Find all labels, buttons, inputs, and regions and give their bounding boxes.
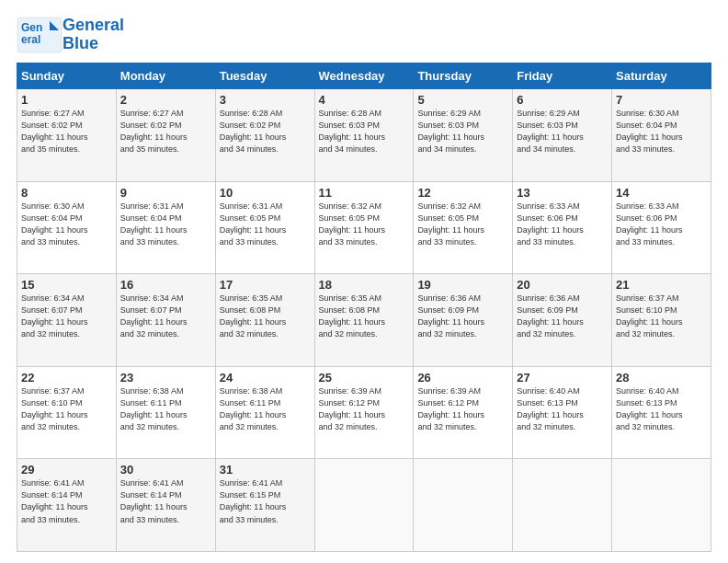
- day-info: Sunrise: 6:40 AMSunset: 6:13 PMDaylight:…: [517, 385, 608, 433]
- day-info: Sunrise: 6:33 AMSunset: 6:06 PMDaylight:…: [616, 201, 707, 248]
- calendar-header-row: SundayMondayTuesdayWednesdayThursdayFrid…: [17, 63, 711, 89]
- day-info: Sunrise: 6:29 AMSunset: 6:03 PMDaylight:…: [417, 108, 508, 155]
- day-number: 9: [120, 186, 211, 200]
- calendar-week-2: 8Sunrise: 6:30 AMSunset: 6:04 PMDaylight…: [17, 181, 711, 274]
- day-info: Sunrise: 6:33 AMSunset: 6:06 PMDaylight:…: [517, 201, 608, 248]
- calendar-cell: 7Sunrise: 6:30 AMSunset: 6:04 PMDaylight…: [612, 89, 711, 182]
- calendar-cell: 8Sunrise: 6:30 AMSunset: 6:04 PMDaylight…: [17, 181, 117, 274]
- calendar-cell: 24Sunrise: 6:38 AMSunset: 6:11 PMDayligh…: [215, 366, 314, 459]
- day-info: Sunrise: 6:34 AMSunset: 6:07 PMDaylight:…: [21, 293, 112, 340]
- day-info: Sunrise: 6:28 AMSunset: 6:02 PMDaylight:…: [220, 108, 311, 155]
- svg-text:eral: eral: [21, 33, 40, 46]
- calendar-cell: 2Sunrise: 6:27 AMSunset: 6:02 PMDaylight…: [116, 89, 215, 182]
- page: Gen eral GeneralBlue SundayMondayTuesday…: [0, 0, 728, 563]
- day-info: Sunrise: 6:32 AMSunset: 6:05 PMDaylight:…: [417, 201, 508, 248]
- day-number: 2: [120, 93, 211, 107]
- svg-text:Gen: Gen: [21, 21, 42, 34]
- day-number: 28: [616, 371, 707, 385]
- calendar-cell: [414, 459, 513, 552]
- calendar-cell: [513, 459, 612, 552]
- day-info: Sunrise: 6:34 AMSunset: 6:07 PMDaylight:…: [120, 293, 211, 340]
- day-number: 17: [220, 278, 311, 292]
- day-number: 7: [616, 93, 707, 107]
- logo: Gen eral GeneralBlue: [17, 17, 124, 53]
- day-number: 15: [21, 278, 112, 292]
- day-number: 19: [417, 278, 508, 292]
- day-info: Sunrise: 6:37 AMSunset: 6:10 PMDaylight:…: [21, 385, 112, 433]
- calendar-cell: 19Sunrise: 6:36 AMSunset: 6:09 PMDayligh…: [414, 274, 513, 367]
- day-info: Sunrise: 6:27 AMSunset: 6:02 PMDaylight:…: [120, 108, 211, 155]
- day-number: 11: [319, 186, 410, 200]
- calendar-cell: 14Sunrise: 6:33 AMSunset: 6:06 PMDayligh…: [612, 181, 711, 274]
- day-number: 21: [616, 278, 707, 292]
- day-number: 10: [220, 186, 311, 200]
- day-number: 14: [616, 186, 707, 200]
- day-number: 16: [120, 278, 211, 292]
- day-info: Sunrise: 6:37 AMSunset: 6:10 PMDaylight:…: [616, 293, 707, 340]
- calendar-cell: 13Sunrise: 6:33 AMSunset: 6:06 PMDayligh…: [513, 181, 612, 274]
- calendar-cell: 12Sunrise: 6:32 AMSunset: 6:05 PMDayligh…: [414, 181, 513, 274]
- calendar-cell: 27Sunrise: 6:40 AMSunset: 6:13 PMDayligh…: [513, 366, 612, 459]
- day-number: 29: [21, 463, 112, 477]
- day-info: Sunrise: 6:32 AMSunset: 6:05 PMDaylight:…: [319, 201, 410, 248]
- calendar-cell: 22Sunrise: 6:37 AMSunset: 6:10 PMDayligh…: [17, 366, 117, 459]
- calendar-week-4: 22Sunrise: 6:37 AMSunset: 6:10 PMDayligh…: [17, 366, 711, 459]
- day-info: Sunrise: 6:38 AMSunset: 6:11 PMDaylight:…: [220, 385, 311, 433]
- day-info: Sunrise: 6:41 AMSunset: 6:15 PMDaylight:…: [220, 477, 311, 525]
- day-info: Sunrise: 6:39 AMSunset: 6:12 PMDaylight:…: [417, 385, 508, 433]
- calendar-week-3: 15Sunrise: 6:34 AMSunset: 6:07 PMDayligh…: [17, 274, 711, 367]
- day-number: 22: [21, 371, 112, 385]
- day-number: 26: [417, 371, 508, 385]
- calendar-cell: 11Sunrise: 6:32 AMSunset: 6:05 PMDayligh…: [314, 181, 414, 274]
- col-header-tuesday: Tuesday: [215, 63, 314, 89]
- day-info: Sunrise: 6:35 AMSunset: 6:08 PMDaylight:…: [319, 293, 410, 340]
- logo-svg: Gen eral: [17, 17, 63, 53]
- calendar-cell: 23Sunrise: 6:38 AMSunset: 6:11 PMDayligh…: [116, 366, 215, 459]
- calendar-week-5: 29Sunrise: 6:41 AMSunset: 6:14 PMDayligh…: [17, 459, 711, 552]
- col-header-friday: Friday: [513, 63, 612, 89]
- day-info: Sunrise: 6:29 AMSunset: 6:03 PMDaylight:…: [517, 108, 608, 155]
- day-info: Sunrise: 6:30 AMSunset: 6:04 PMDaylight:…: [616, 108, 707, 155]
- calendar-week-1: 1Sunrise: 6:27 AMSunset: 6:02 PMDaylight…: [17, 89, 711, 182]
- day-info: Sunrise: 6:31 AMSunset: 6:05 PMDaylight:…: [220, 201, 311, 248]
- calendar-cell: 20Sunrise: 6:36 AMSunset: 6:09 PMDayligh…: [513, 274, 612, 367]
- calendar-cell: 1Sunrise: 6:27 AMSunset: 6:02 PMDaylight…: [17, 89, 117, 182]
- day-info: Sunrise: 6:41 AMSunset: 6:14 PMDaylight:…: [120, 477, 211, 525]
- calendar-cell: 10Sunrise: 6:31 AMSunset: 6:05 PMDayligh…: [215, 181, 314, 274]
- day-number: 6: [517, 93, 608, 107]
- calendar-cell: 21Sunrise: 6:37 AMSunset: 6:10 PMDayligh…: [612, 274, 711, 367]
- calendar-cell: 3Sunrise: 6:28 AMSunset: 6:02 PMDaylight…: [215, 89, 314, 182]
- calendar-cell: [314, 459, 414, 552]
- day-info: Sunrise: 6:28 AMSunset: 6:03 PMDaylight:…: [319, 108, 410, 155]
- calendar-cell: 28Sunrise: 6:40 AMSunset: 6:13 PMDayligh…: [612, 366, 711, 459]
- day-info: Sunrise: 6:35 AMSunset: 6:08 PMDaylight:…: [220, 293, 311, 340]
- header: Gen eral GeneralBlue: [17, 17, 711, 53]
- calendar-cell: 6Sunrise: 6:29 AMSunset: 6:03 PMDaylight…: [513, 89, 612, 182]
- logo-text: GeneralBlue: [63, 17, 124, 53]
- day-number: 4: [319, 93, 410, 107]
- calendar-cell: 18Sunrise: 6:35 AMSunset: 6:08 PMDayligh…: [314, 274, 414, 367]
- day-number: 20: [517, 278, 608, 292]
- calendar-cell: 31Sunrise: 6:41 AMSunset: 6:15 PMDayligh…: [215, 459, 314, 552]
- day-number: 12: [417, 186, 508, 200]
- day-number: 5: [417, 93, 508, 107]
- calendar-cell: 15Sunrise: 6:34 AMSunset: 6:07 PMDayligh…: [17, 274, 117, 367]
- calendar-cell: 25Sunrise: 6:39 AMSunset: 6:12 PMDayligh…: [314, 366, 414, 459]
- day-info: Sunrise: 6:36 AMSunset: 6:09 PMDaylight:…: [517, 293, 608, 340]
- col-header-sunday: Sunday: [17, 63, 117, 89]
- calendar-cell: 29Sunrise: 6:41 AMSunset: 6:14 PMDayligh…: [17, 459, 117, 552]
- calendar-cell: 4Sunrise: 6:28 AMSunset: 6:03 PMDaylight…: [314, 89, 414, 182]
- calendar-cell: 9Sunrise: 6:31 AMSunset: 6:04 PMDaylight…: [116, 181, 215, 274]
- day-number: 25: [319, 371, 410, 385]
- calendar-cell: 26Sunrise: 6:39 AMSunset: 6:12 PMDayligh…: [414, 366, 513, 459]
- calendar-cell: 17Sunrise: 6:35 AMSunset: 6:08 PMDayligh…: [215, 274, 314, 367]
- day-number: 3: [220, 93, 311, 107]
- col-header-thursday: Thursday: [414, 63, 513, 89]
- col-header-wednesday: Wednesday: [314, 63, 414, 89]
- day-number: 24: [220, 371, 311, 385]
- day-number: 30: [120, 463, 211, 477]
- day-info: Sunrise: 6:36 AMSunset: 6:09 PMDaylight:…: [417, 293, 508, 340]
- calendar-cell: [612, 459, 711, 552]
- day-info: Sunrise: 6:31 AMSunset: 6:04 PMDaylight:…: [120, 201, 211, 248]
- day-info: Sunrise: 6:39 AMSunset: 6:12 PMDaylight:…: [319, 385, 410, 433]
